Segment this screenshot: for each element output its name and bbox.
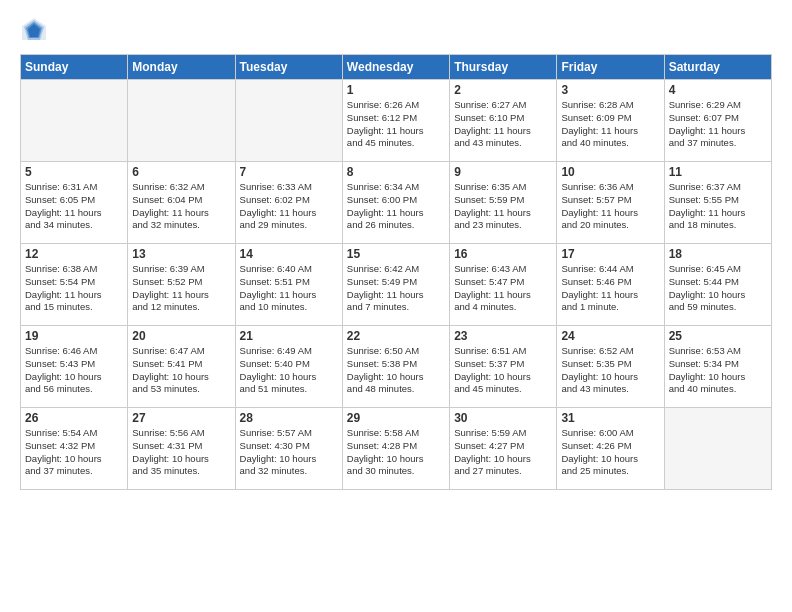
weekday-header-row: SundayMondayTuesdayWednesdayThursdayFrid… bbox=[21, 55, 772, 80]
calendar-week-row: 5Sunrise: 6:31 AM Sunset: 6:05 PM Daylig… bbox=[21, 162, 772, 244]
day-number: 27 bbox=[132, 411, 230, 425]
day-number: 20 bbox=[132, 329, 230, 343]
calendar-cell: 23Sunrise: 6:51 AM Sunset: 5:37 PM Dayli… bbox=[450, 326, 557, 408]
day-number: 26 bbox=[25, 411, 123, 425]
calendar-cell: 18Sunrise: 6:45 AM Sunset: 5:44 PM Dayli… bbox=[664, 244, 771, 326]
calendar-cell: 7Sunrise: 6:33 AM Sunset: 6:02 PM Daylig… bbox=[235, 162, 342, 244]
day-number: 31 bbox=[561, 411, 659, 425]
calendar-cell: 24Sunrise: 6:52 AM Sunset: 5:35 PM Dayli… bbox=[557, 326, 664, 408]
day-info: Sunrise: 6:28 AM Sunset: 6:09 PM Dayligh… bbox=[561, 99, 659, 150]
calendar-cell: 21Sunrise: 6:49 AM Sunset: 5:40 PM Dayli… bbox=[235, 326, 342, 408]
day-number: 7 bbox=[240, 165, 338, 179]
day-info: Sunrise: 6:51 AM Sunset: 5:37 PM Dayligh… bbox=[454, 345, 552, 396]
calendar-cell: 22Sunrise: 6:50 AM Sunset: 5:38 PM Dayli… bbox=[342, 326, 449, 408]
day-info: Sunrise: 6:47 AM Sunset: 5:41 PM Dayligh… bbox=[132, 345, 230, 396]
day-info: Sunrise: 6:46 AM Sunset: 5:43 PM Dayligh… bbox=[25, 345, 123, 396]
logo-icon bbox=[20, 16, 48, 44]
day-info: Sunrise: 6:40 AM Sunset: 5:51 PM Dayligh… bbox=[240, 263, 338, 314]
day-number: 15 bbox=[347, 247, 445, 261]
calendar-cell: 4Sunrise: 6:29 AM Sunset: 6:07 PM Daylig… bbox=[664, 80, 771, 162]
day-info: Sunrise: 6:26 AM Sunset: 6:12 PM Dayligh… bbox=[347, 99, 445, 150]
day-info: Sunrise: 6:43 AM Sunset: 5:47 PM Dayligh… bbox=[454, 263, 552, 314]
day-info: Sunrise: 6:35 AM Sunset: 5:59 PM Dayligh… bbox=[454, 181, 552, 232]
calendar-cell bbox=[235, 80, 342, 162]
day-number: 19 bbox=[25, 329, 123, 343]
calendar-cell: 30Sunrise: 5:59 AM Sunset: 4:27 PM Dayli… bbox=[450, 408, 557, 490]
day-number: 8 bbox=[347, 165, 445, 179]
day-number: 21 bbox=[240, 329, 338, 343]
day-number: 22 bbox=[347, 329, 445, 343]
day-info: Sunrise: 5:57 AM Sunset: 4:30 PM Dayligh… bbox=[240, 427, 338, 478]
day-number: 4 bbox=[669, 83, 767, 97]
day-number: 28 bbox=[240, 411, 338, 425]
day-number: 14 bbox=[240, 247, 338, 261]
day-number: 12 bbox=[25, 247, 123, 261]
weekday-header: Friday bbox=[557, 55, 664, 80]
header bbox=[20, 16, 772, 44]
calendar-cell: 28Sunrise: 5:57 AM Sunset: 4:30 PM Dayli… bbox=[235, 408, 342, 490]
day-number: 9 bbox=[454, 165, 552, 179]
day-info: Sunrise: 6:31 AM Sunset: 6:05 PM Dayligh… bbox=[25, 181, 123, 232]
calendar-week-row: 12Sunrise: 6:38 AM Sunset: 5:54 PM Dayli… bbox=[21, 244, 772, 326]
calendar-cell: 3Sunrise: 6:28 AM Sunset: 6:09 PM Daylig… bbox=[557, 80, 664, 162]
calendar-cell: 1Sunrise: 6:26 AM Sunset: 6:12 PM Daylig… bbox=[342, 80, 449, 162]
day-number: 1 bbox=[347, 83, 445, 97]
day-info: Sunrise: 6:29 AM Sunset: 6:07 PM Dayligh… bbox=[669, 99, 767, 150]
day-number: 11 bbox=[669, 165, 767, 179]
day-info: Sunrise: 6:32 AM Sunset: 6:04 PM Dayligh… bbox=[132, 181, 230, 232]
day-info: Sunrise: 5:58 AM Sunset: 4:28 PM Dayligh… bbox=[347, 427, 445, 478]
calendar-cell: 6Sunrise: 6:32 AM Sunset: 6:04 PM Daylig… bbox=[128, 162, 235, 244]
calendar-cell: 15Sunrise: 6:42 AM Sunset: 5:49 PM Dayli… bbox=[342, 244, 449, 326]
day-info: Sunrise: 6:37 AM Sunset: 5:55 PM Dayligh… bbox=[669, 181, 767, 232]
calendar-cell: 16Sunrise: 6:43 AM Sunset: 5:47 PM Dayli… bbox=[450, 244, 557, 326]
calendar-cell bbox=[128, 80, 235, 162]
weekday-header: Saturday bbox=[664, 55, 771, 80]
day-info: Sunrise: 6:38 AM Sunset: 5:54 PM Dayligh… bbox=[25, 263, 123, 314]
calendar-cell: 19Sunrise: 6:46 AM Sunset: 5:43 PM Dayli… bbox=[21, 326, 128, 408]
calendar-cell: 26Sunrise: 5:54 AM Sunset: 4:32 PM Dayli… bbox=[21, 408, 128, 490]
calendar-cell: 8Sunrise: 6:34 AM Sunset: 6:00 PM Daylig… bbox=[342, 162, 449, 244]
calendar-cell: 11Sunrise: 6:37 AM Sunset: 5:55 PM Dayli… bbox=[664, 162, 771, 244]
day-info: Sunrise: 5:59 AM Sunset: 4:27 PM Dayligh… bbox=[454, 427, 552, 478]
calendar-cell: 25Sunrise: 6:53 AM Sunset: 5:34 PM Dayli… bbox=[664, 326, 771, 408]
day-info: Sunrise: 6:52 AM Sunset: 5:35 PM Dayligh… bbox=[561, 345, 659, 396]
calendar-cell: 29Sunrise: 5:58 AM Sunset: 4:28 PM Dayli… bbox=[342, 408, 449, 490]
day-number: 10 bbox=[561, 165, 659, 179]
day-info: Sunrise: 6:36 AM Sunset: 5:57 PM Dayligh… bbox=[561, 181, 659, 232]
day-info: Sunrise: 6:42 AM Sunset: 5:49 PM Dayligh… bbox=[347, 263, 445, 314]
day-info: Sunrise: 6:27 AM Sunset: 6:10 PM Dayligh… bbox=[454, 99, 552, 150]
day-number: 6 bbox=[132, 165, 230, 179]
calendar-cell: 14Sunrise: 6:40 AM Sunset: 5:51 PM Dayli… bbox=[235, 244, 342, 326]
day-number: 16 bbox=[454, 247, 552, 261]
day-info: Sunrise: 6:39 AM Sunset: 5:52 PM Dayligh… bbox=[132, 263, 230, 314]
day-info: Sunrise: 5:54 AM Sunset: 4:32 PM Dayligh… bbox=[25, 427, 123, 478]
day-info: Sunrise: 6:49 AM Sunset: 5:40 PM Dayligh… bbox=[240, 345, 338, 396]
weekday-header: Tuesday bbox=[235, 55, 342, 80]
day-number: 17 bbox=[561, 247, 659, 261]
weekday-header: Sunday bbox=[21, 55, 128, 80]
day-number: 2 bbox=[454, 83, 552, 97]
logo bbox=[20, 16, 52, 44]
calendar-cell: 27Sunrise: 5:56 AM Sunset: 4:31 PM Dayli… bbox=[128, 408, 235, 490]
day-info: Sunrise: 6:34 AM Sunset: 6:00 PM Dayligh… bbox=[347, 181, 445, 232]
day-number: 3 bbox=[561, 83, 659, 97]
calendar-cell bbox=[21, 80, 128, 162]
day-number: 18 bbox=[669, 247, 767, 261]
day-info: Sunrise: 6:45 AM Sunset: 5:44 PM Dayligh… bbox=[669, 263, 767, 314]
page-container: SundayMondayTuesdayWednesdayThursdayFrid… bbox=[0, 0, 792, 612]
calendar-cell: 5Sunrise: 6:31 AM Sunset: 6:05 PM Daylig… bbox=[21, 162, 128, 244]
calendar-cell: 9Sunrise: 6:35 AM Sunset: 5:59 PM Daylig… bbox=[450, 162, 557, 244]
day-info: Sunrise: 6:50 AM Sunset: 5:38 PM Dayligh… bbox=[347, 345, 445, 396]
calendar-cell: 12Sunrise: 6:38 AM Sunset: 5:54 PM Dayli… bbox=[21, 244, 128, 326]
day-info: Sunrise: 6:00 AM Sunset: 4:26 PM Dayligh… bbox=[561, 427, 659, 478]
weekday-header: Monday bbox=[128, 55, 235, 80]
calendar-cell: 17Sunrise: 6:44 AM Sunset: 5:46 PM Dayli… bbox=[557, 244, 664, 326]
weekday-header: Wednesday bbox=[342, 55, 449, 80]
calendar: SundayMondayTuesdayWednesdayThursdayFrid… bbox=[20, 54, 772, 490]
day-number: 23 bbox=[454, 329, 552, 343]
day-info: Sunrise: 6:44 AM Sunset: 5:46 PM Dayligh… bbox=[561, 263, 659, 314]
day-info: Sunrise: 6:53 AM Sunset: 5:34 PM Dayligh… bbox=[669, 345, 767, 396]
calendar-cell: 10Sunrise: 6:36 AM Sunset: 5:57 PM Dayli… bbox=[557, 162, 664, 244]
day-number: 13 bbox=[132, 247, 230, 261]
day-number: 5 bbox=[25, 165, 123, 179]
